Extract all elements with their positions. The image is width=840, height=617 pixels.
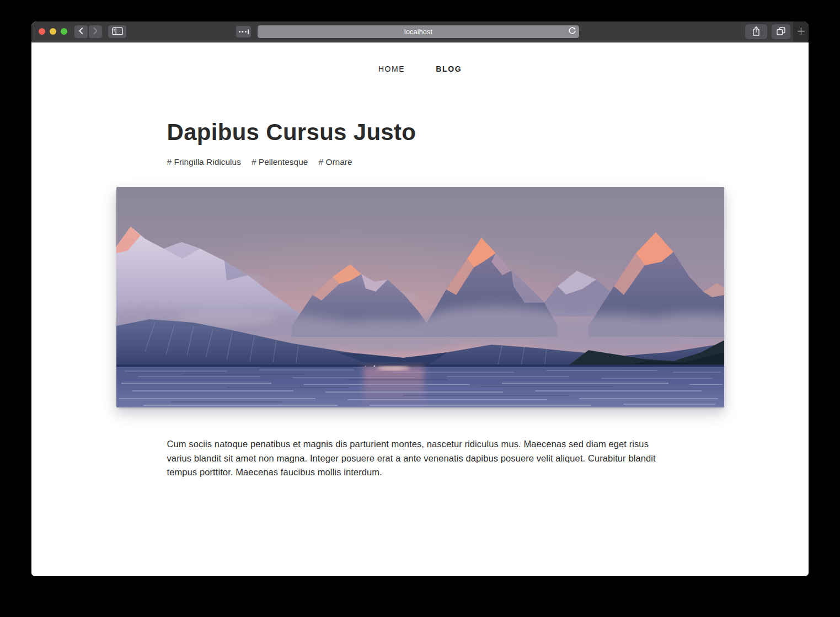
post-content: Dapibus Cursus Justo # Fringilla Ridicul… bbox=[116, 119, 724, 480]
hero-image bbox=[116, 187, 724, 407]
refresh-icon bbox=[568, 27, 576, 37]
tag-link[interactable]: # Ornare bbox=[318, 157, 352, 167]
back-button[interactable] bbox=[74, 25, 88, 38]
plus-icon bbox=[797, 27, 805, 37]
nav-link-blog[interactable]: BLOG bbox=[436, 65, 462, 73]
chevron-left-icon bbox=[78, 27, 84, 36]
fullscreen-window-button[interactable] bbox=[61, 28, 67, 35]
post-body: Cum sociis natoque penatibus et magnis d… bbox=[167, 437, 673, 479]
address-bar[interactable]: localhost bbox=[258, 25, 579, 38]
tabs-overview-icon bbox=[776, 26, 786, 37]
refresh-button[interactable] bbox=[568, 27, 577, 36]
site-nav: HOME BLOG bbox=[31, 42, 809, 73]
tab-options-button[interactable] bbox=[236, 26, 251, 37]
browser-toolbar[interactable]: localhost bbox=[31, 22, 809, 42]
close-window-button[interactable] bbox=[39, 28, 45, 35]
share-icon bbox=[752, 26, 761, 38]
web-page: HOME BLOG Dapibus Cursus Justo # Fringil… bbox=[31, 42, 809, 576]
sidebar-toggle-button[interactable] bbox=[108, 25, 126, 38]
forward-button[interactable] bbox=[89, 25, 102, 38]
minimize-window-button[interactable] bbox=[50, 28, 56, 35]
tag-list: # Fringilla Ridiculus # Pellentesque # O… bbox=[167, 157, 673, 167]
sidebar-icon bbox=[112, 27, 123, 37]
chevron-right-icon bbox=[92, 27, 99, 36]
tag-link[interactable]: # Pellentesque bbox=[252, 157, 308, 167]
nav-link-home[interactable]: HOME bbox=[378, 65, 405, 73]
url-text: localhost bbox=[404, 28, 432, 36]
share-button[interactable] bbox=[745, 24, 767, 39]
browser-window: localhost bbox=[31, 22, 809, 576]
tab-overview-button[interactable] bbox=[772, 24, 790, 39]
post-title: Dapibus Cursus Justo bbox=[167, 119, 673, 146]
new-tab-button[interactable] bbox=[793, 22, 809, 42]
tag-link[interactable]: # Fringilla Ridiculus bbox=[167, 157, 241, 167]
ellipsis-icon bbox=[239, 29, 249, 34]
